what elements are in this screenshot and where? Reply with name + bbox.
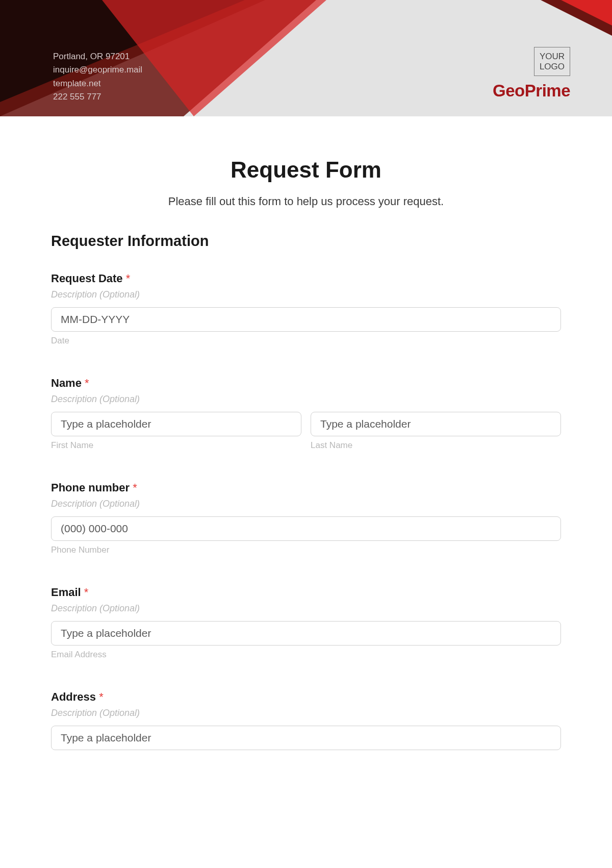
address-label: Address *	[51, 690, 561, 704]
email-label: Email *	[51, 586, 561, 599]
field-phone: Phone number * Description (Optional) Ph…	[51, 481, 561, 555]
field-email: Email * Description (Optional) Email Add…	[51, 586, 561, 660]
contact-phone: 222 555 777	[53, 90, 142, 104]
contact-website: template.net	[53, 77, 142, 90]
section-title: Requester Information	[51, 233, 561, 250]
logo-area: YOURLOGO GeoPrime	[493, 47, 570, 101]
name-label: Name *	[51, 377, 561, 390]
last-name-input[interactable]	[311, 412, 561, 436]
request-date-description: Description (Optional)	[51, 289, 561, 300]
field-address: Address * Description (Optional)	[51, 690, 561, 750]
last-name-sublabel: Last Name	[311, 440, 561, 451]
first-name-sublabel: First Name	[51, 440, 301, 451]
phone-description: Description (Optional)	[51, 499, 561, 509]
form-title: Request Form	[51, 157, 561, 183]
phone-sublabel: Phone Number	[51, 545, 561, 555]
email-input[interactable]	[51, 621, 561, 646]
contact-email: inquire@geoprime.mail	[53, 63, 142, 77]
form-container: Request Form Please fill out this form t…	[0, 116, 612, 771]
request-date-sublabel: Date	[51, 336, 561, 346]
page-header: Portland, OR 97201 inquire@geoprime.mail…	[0, 0, 612, 116]
form-subtitle: Please fill out this form to help us pro…	[51, 195, 561, 208]
request-date-label: Request Date *	[51, 272, 561, 285]
request-date-input[interactable]	[51, 307, 561, 332]
brand-name: GeoPrime	[493, 81, 570, 101]
field-request-date: Request Date * Description (Optional) Da…	[51, 272, 561, 346]
email-description: Description (Optional)	[51, 603, 561, 614]
phone-input[interactable]	[51, 516, 561, 541]
phone-label: Phone number *	[51, 481, 561, 494]
address-input[interactable]	[51, 726, 561, 750]
email-sublabel: Email Address	[51, 650, 561, 660]
name-description: Description (Optional)	[51, 394, 561, 405]
contact-address: Portland, OR 97201	[53, 50, 142, 63]
address-description: Description (Optional)	[51, 708, 561, 718]
contact-info: Portland, OR 97201 inquire@geoprime.mail…	[53, 50, 142, 104]
logo-placeholder: YOURLOGO	[534, 47, 570, 76]
field-name: Name * Description (Optional) First Name…	[51, 377, 561, 451]
first-name-input[interactable]	[51, 412, 301, 436]
